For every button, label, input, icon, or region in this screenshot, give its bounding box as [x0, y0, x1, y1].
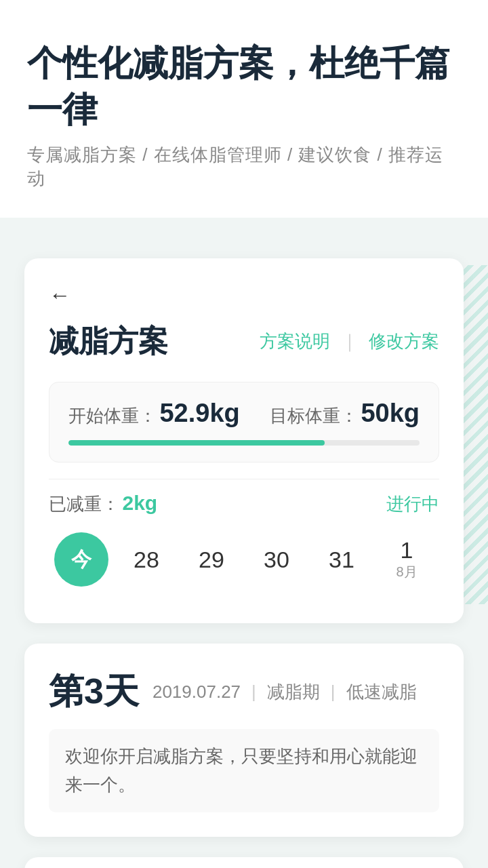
- day-31-label: 31: [329, 547, 354, 572]
- today-label: 今: [71, 546, 92, 574]
- sub-title: 专属减脂方案 / 在线体脂管理师 / 建议饮食 / 推荐运动: [27, 143, 461, 191]
- period-label: 减脂期: [267, 680, 320, 704]
- plan-actions: 方案说明 ｜ 修改方案: [260, 330, 439, 353]
- weight-loss-label: 已减重：: [49, 494, 119, 514]
- day-29-label: 29: [199, 547, 224, 572]
- target-weight-label: 目标体重：: [270, 406, 358, 426]
- calendar-day-30[interactable]: 30: [244, 537, 309, 583]
- weight-card: 开始体重： 52.9kg 目标体重： 50kg: [49, 382, 439, 462]
- main-content: ← 减脂方案 方案说明 ｜ 修改方案 开始体重： 52.9kg 目标体重： 50…: [0, 218, 488, 868]
- start-weight-group: 开始体重： 52.9kg: [68, 399, 240, 428]
- today-circle: 今: [54, 532, 108, 587]
- calendar-day-1-aug[interactable]: 1 8月: [374, 529, 439, 591]
- weight-loss-value: 2kg: [122, 492, 157, 514]
- target-weight-value: 50kg: [361, 399, 420, 427]
- status-badge: 进行中: [386, 492, 439, 516]
- day-date: 2019.07.27: [152, 682, 241, 703]
- modify-button[interactable]: 修改方案: [369, 330, 439, 353]
- main-title: 个性化减脂方案，杜绝千篇一律: [27, 41, 461, 132]
- calendar-row: 今 28 29 30 31 1 8月: [49, 516, 439, 603]
- type-label: 低速减脂: [346, 680, 417, 704]
- diet-section: 建议饮食 早餐 午餐 加餐 晚餐 加餐 ↻ 🌿 粽子 1袋 ›: [24, 857, 464, 868]
- calendar-today[interactable]: 今: [49, 523, 114, 596]
- plan-card: ← 减脂方案 方案说明 ｜ 修改方案 开始体重： 52.9kg 目标体重： 50…: [24, 258, 464, 623]
- back-button[interactable]: ←: [49, 283, 70, 308]
- calendar-day-29[interactable]: 29: [179, 537, 244, 583]
- progress-fill: [68, 440, 325, 446]
- explain-button[interactable]: 方案说明: [260, 330, 330, 353]
- action-divider: ｜: [341, 330, 358, 353]
- target-weight-group: 目标体重： 50kg: [270, 399, 420, 428]
- day-meta: 2019.07.27 | 减脂期 | 低速减脂: [152, 680, 417, 704]
- header-section: 个性化减脂方案，杜绝千篇一律 专属减脂方案 / 在线体脂管理师 / 建议饮食 /…: [0, 0, 488, 218]
- day-28-label: 28: [134, 547, 159, 572]
- day-header: 第3天 2019.07.27 | 减脂期 | 低速减脂: [49, 668, 439, 715]
- weight-loss-row: 已减重： 2kg 进行中: [49, 479, 439, 516]
- start-weight-label: 开始体重：: [68, 406, 157, 426]
- weight-row: 开始体重： 52.9kg 目标体重： 50kg: [68, 399, 420, 428]
- progress-bar: [68, 440, 420, 446]
- meta-divider-1: |: [251, 682, 256, 703]
- day-30-label: 30: [264, 547, 289, 572]
- plan-title: 减脂方案: [49, 321, 168, 361]
- day-1-label: 1: [374, 538, 439, 561]
- day-number: 第3天: [49, 668, 139, 715]
- calendar-day-28[interactable]: 28: [114, 537, 179, 583]
- meta-divider-2: |: [331, 682, 336, 703]
- day-section: 第3天 2019.07.27 | 减脂期 | 低速减脂 欢迎你开启减脂方案，只要…: [24, 644, 464, 837]
- start-weight-value: 52.9kg: [159, 399, 239, 427]
- day-description: 欢迎你开启减脂方案，只要坚持和用心就能迎来一个。: [49, 729, 439, 812]
- aug-label: 8月: [374, 563, 439, 581]
- weight-loss-info: 已减重： 2kg: [49, 492, 157, 516]
- plan-header: 减脂方案 方案说明 ｜ 修改方案: [49, 321, 439, 361]
- calendar-day-31[interactable]: 31: [309, 537, 374, 583]
